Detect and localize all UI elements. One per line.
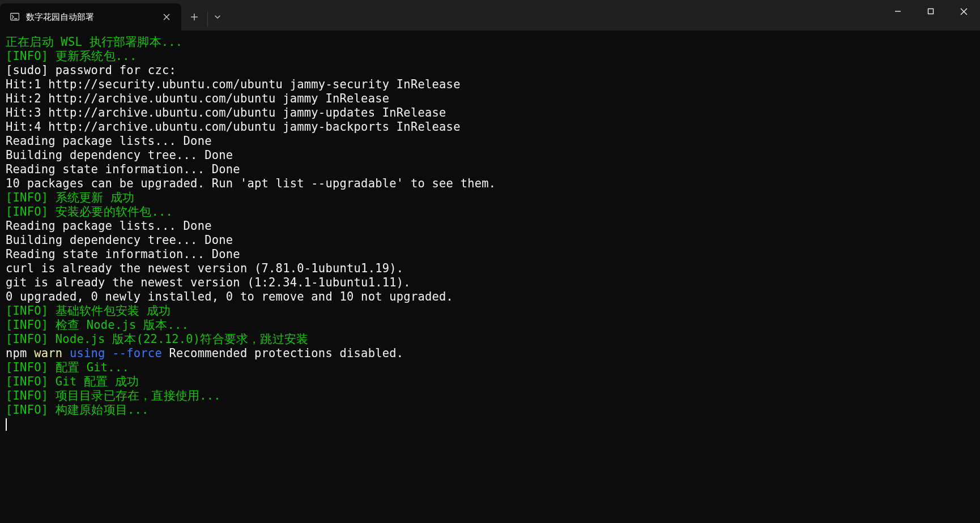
terminal-text-segment: git is already the newest version (1:2.3… [6, 276, 411, 289]
terminal-line: [INFO] Git 配置 成功 [6, 375, 974, 389]
terminal-text-segment: Reading package lists... Done [6, 219, 212, 233]
svg-line-9 [961, 8, 967, 15]
terminal-line: Building dependency tree... Done [6, 148, 974, 162]
terminal-text-segment: [INFO] 基础软件包安装 成功 [6, 304, 171, 318]
terminal-line: Hit:2 http://archive.ubuntu.com/ubuntu j… [6, 92, 974, 106]
terminal-line: Reading state information... Done [6, 247, 974, 262]
tab-actions [181, 0, 227, 31]
terminal-text-segment: Building dependency tree... Done [6, 233, 233, 247]
terminal-text-segment: [INFO] Node.js 版本(22.12.0)符合要求，跳过安装 [6, 332, 308, 346]
terminal-line: [INFO] 系统更新 成功 [6, 191, 974, 205]
terminal-text-segment: 0 upgraded, 0 newly installed, 0 to remo… [6, 290, 453, 303]
terminal-text-segment: 正在启动 WSL 执行部署脚本... [6, 35, 182, 49]
terminal-text-segment: Hit:1 http://security.ubuntu.com/ubuntu … [6, 78, 461, 91]
terminal-line: curl is already the newest version (7.81… [6, 262, 974, 276]
terminal-text-segment: using --force [70, 346, 162, 360]
terminal-line: npm warn using --force Recommended prote… [6, 346, 974, 361]
terminal-text-segment: warn [34, 346, 62, 360]
tab-close-button[interactable] [159, 9, 174, 25]
terminal-text-segment: [INFO] 项目目录已存在，直接使用... [6, 389, 221, 402]
terminal-line: Hit:4 http://archive.ubuntu.com/ubuntu j… [6, 120, 974, 134]
terminal-text-segment: Recommended protections disabled. [162, 346, 403, 360]
titlebar-drag-area[interactable] [227, 0, 881, 31]
close-button[interactable] [947, 0, 980, 23]
terminal-line: [sudo] password for czc: [6, 63, 974, 78]
terminal-line [6, 417, 974, 431]
terminal-text-segment: [sudo] password for czc: [6, 63, 176, 77]
terminal-line: [INFO] 配置 Git... [6, 361, 974, 375]
terminal-text-segment: curl is already the newest version (7.81… [6, 262, 403, 275]
terminal-text-segment: Hit:4 http://archive.ubuntu.com/ubuntu j… [6, 120, 461, 134]
terminal-cursor [6, 418, 12, 431]
terminal-text-segment: Reading package lists... Done [6, 134, 212, 148]
tab-title: 数字花园自动部署 [26, 12, 153, 23]
terminal-text-segment: [INFO] 构建原始项目... [6, 403, 149, 417]
terminal-line: [INFO] 更新系统包... [6, 49, 974, 63]
terminal-line: Reading package lists... Done [6, 219, 974, 233]
terminal-line: [INFO] 安装必要的软件包... [6, 205, 974, 219]
tab-strip: 数字花园自动部署 [0, 0, 227, 31]
minimize-button[interactable] [881, 0, 914, 23]
terminal-text-segment: [INFO] 安装必要的软件包... [6, 205, 173, 218]
terminal-tab[interactable]: 数字花园自动部署 [0, 3, 181, 31]
terminal-text-segment [62, 346, 70, 360]
terminal-text-segment: Hit:2 http://archive.ubuntu.com/ubuntu j… [6, 92, 389, 105]
terminal-text-segment: Reading state information... Done [6, 247, 240, 261]
terminal-line: [INFO] 构建原始项目... [6, 403, 974, 417]
titlebar: 数字花园自动部署 [0, 0, 980, 31]
terminal-line: [INFO] 检查 Node.js 版本... [6, 318, 974, 332]
terminal-output[interactable]: 正在启动 WSL 执行部署脚本...[INFO] 更新系统包...[sudo] … [0, 31, 980, 523]
new-tab-button[interactable] [181, 0, 207, 31]
terminal-text-segment: Reading state information... Done [6, 162, 240, 176]
terminal-text-segment: 10 packages can be upgraded. Run 'apt li… [6, 177, 496, 190]
terminal-line: 10 packages can be upgraded. Run 'apt li… [6, 177, 974, 191]
tab-dropdown-button[interactable] [208, 0, 227, 31]
terminal-text-segment: [INFO] 更新系统包... [6, 49, 137, 63]
terminal-line: [INFO] 基础软件包安装 成功 [6, 304, 974, 318]
terminal-line: [INFO] Node.js 版本(22.12.0)符合要求，跳过安装 [6, 332, 974, 346]
terminal-line: Reading package lists... Done [6, 134, 974, 148]
terminal-text-segment: [INFO] 检查 Node.js 版本... [6, 318, 189, 332]
terminal-line: git is already the newest version (1:2.3… [6, 276, 974, 290]
terminal-line: Hit:1 http://security.ubuntu.com/ubuntu … [6, 78, 974, 92]
terminal-line: 0 upgraded, 0 newly installed, 0 to remo… [6, 290, 974, 304]
terminal-text-segment: [INFO] 系统更新 成功 [6, 191, 135, 204]
svg-rect-7 [928, 9, 934, 14]
terminal-line: [INFO] 项目目录已存在，直接使用... [6, 389, 974, 403]
terminal-line: Building dependency tree... Done [6, 233, 974, 247]
terminal-text-segment: [INFO] 配置 Git... [6, 361, 129, 374]
terminal-text-segment: Building dependency tree... Done [6, 148, 233, 162]
terminal-line: 正在启动 WSL 执行部署脚本... [6, 35, 974, 49]
terminal-line: Hit:3 http://archive.ubuntu.com/ubuntu j… [6, 106, 974, 120]
terminal-line: Reading state information... Done [6, 162, 974, 177]
window-controls [881, 0, 980, 31]
terminal-icon [9, 11, 20, 23]
terminal-text-segment: [INFO] Git 配置 成功 [6, 375, 139, 388]
svg-rect-0 [11, 14, 19, 20]
terminal-text-segment: npm [6, 346, 34, 360]
maximize-button[interactable] [914, 0, 947, 23]
terminal-text-segment: Hit:3 http://archive.ubuntu.com/ubuntu j… [6, 106, 446, 119]
svg-line-8 [961, 8, 967, 15]
